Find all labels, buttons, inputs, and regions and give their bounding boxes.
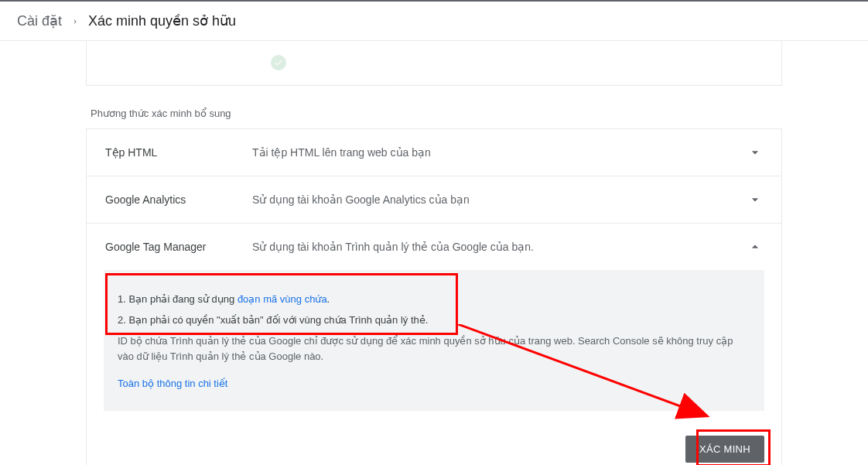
gtm-expanded-panel: 1. Bạn phải đang sử dụng đoạn mã vùng ch…: [104, 270, 764, 411]
check-circle-icon: [271, 55, 286, 70]
method-description: Tải tệp HTML lên trang web của bạn: [252, 146, 747, 159]
breadcrumb: Cài đặt Xác minh quyền sở hữu: [0, 2, 868, 41]
step1-prefix: 1. Bạn phải đang sử dụng: [118, 293, 238, 305]
gtm-note: ID bộ chứa Trình quản lý thẻ của Google …: [118, 333, 750, 366]
verify-button[interactable]: XÁC MINH: [685, 436, 764, 463]
step1-suffix: .: [327, 293, 330, 305]
chevron-right-icon: [71, 13, 79, 29]
gtm-step-2: 2. Bạn phải có quyền "xuất bản" đối với …: [118, 313, 750, 329]
breadcrumb-settings[interactable]: Cài đặt: [17, 12, 62, 29]
primary-method-row: [87, 41, 781, 85]
breadcrumb-current: Xác minh quyền sở hữu: [88, 12, 236, 29]
method-name: Tệp HTML: [105, 146, 252, 159]
container-snippet-link[interactable]: đoạn mã vùng chứa: [238, 293, 327, 305]
primary-method-card: [86, 41, 782, 86]
chevron-down-icon: [747, 145, 763, 160]
full-details-link[interactable]: Toàn bộ thông tin chi tiết: [118, 378, 227, 389]
method-description: Sử dụng tài khoản Google Analytics của b…: [252, 193, 747, 206]
method-name: Google Tag Manager: [105, 241, 252, 253]
additional-methods-card: Tệp HTML Tải tệp HTML lên trang web của …: [86, 128, 782, 465]
chevron-down-icon: [747, 192, 763, 207]
method-name: Google Analytics: [105, 193, 252, 206]
method-description: Sử dụng tài khoản Trình quản lý thẻ của …: [252, 241, 747, 253]
method-google-tag-manager[interactable]: Google Tag Manager Sử dụng tài khoản Trì…: [87, 224, 781, 270]
additional-methods-label: Phương thức xác minh bổ sung: [86, 86, 782, 128]
verify-button-row: XÁC MINH: [87, 428, 781, 463]
main-content: Phương thức xác minh bổ sung Tệp HTML Tả…: [86, 41, 782, 465]
method-html-file[interactable]: Tệp HTML Tải tệp HTML lên trang web của …: [87, 129, 781, 176]
method-google-analytics[interactable]: Google Analytics Sử dụng tài khoản Googl…: [87, 176, 781, 224]
chevron-up-icon: [747, 239, 763, 255]
gtm-step-1: 1. Bạn phải đang sử dụng đoạn mã vùng ch…: [118, 292, 750, 308]
